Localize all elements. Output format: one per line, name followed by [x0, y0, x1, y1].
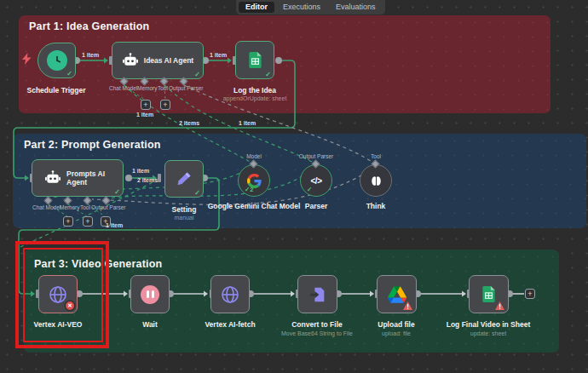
code-icon: </>	[311, 176, 322, 186]
part3-title: Part 3: Video Generation	[34, 258, 162, 270]
node-log-final-video-in-sheet[interactable]	[469, 275, 509, 313]
brain-icon	[369, 174, 383, 188]
view-tabbar: Editor Executions Evaluations	[236, 0, 385, 14]
node-parser[interactable]: </> ✓	[300, 164, 332, 197]
error-badge-icon: ✕	[66, 301, 74, 310]
tab-evaluations[interactable]: Evaluations	[329, 2, 383, 13]
ideas-ai-agent-label: Ideas AI Agent	[144, 56, 193, 65]
add-subnode-button[interactable]: +	[160, 100, 170, 110]
log-the-idea-label: Log the Idea	[212, 86, 297, 95]
tab-executions[interactable]: Executions	[276, 2, 327, 13]
add-subnode-button[interactable]: +	[141, 100, 151, 110]
add-subnode-button[interactable]: +	[83, 216, 93, 227]
globe-icon	[220, 284, 240, 305]
success-check-icon: ✓	[307, 186, 312, 193]
convert-to-file-subtitle: Move Base64 String to File	[266, 330, 368, 336]
part1-title: Part 1: Idea Generation	[29, 20, 149, 32]
port-label: Output Parser	[169, 85, 203, 91]
success-check-icon: ✓	[194, 71, 200, 78]
success-check-icon: ✓	[66, 70, 72, 77]
port-label: Memory	[137, 85, 157, 91]
port-label: Tool	[158, 85, 168, 91]
file-import-icon	[308, 285, 327, 304]
node-upload-file[interactable]	[377, 275, 417, 313]
parser-label: Parser	[282, 202, 350, 211]
log-final-video-subtitle: update: sheet	[446, 330, 531, 336]
node-setting[interactable]: ✓	[164, 160, 204, 198]
edge-label: 1 item	[136, 112, 153, 118]
node-think[interactable]	[360, 164, 392, 197]
node-wait[interactable]	[130, 275, 170, 313]
node-schedule-trigger[interactable]: ✓	[37, 43, 76, 78]
edge-label: 1 item	[82, 52, 99, 58]
success-check-icon: ✓	[265, 71, 271, 78]
lightning-icon	[22, 53, 32, 68]
success-check-icon: ✓	[194, 189, 200, 197]
log-final-video-label: Log Final Video in Sheet	[437, 320, 539, 330]
node-vertex-ai-veo[interactable]: ✕	[38, 275, 78, 313]
globe-icon	[48, 284, 68, 305]
success-check-icon: ✓	[114, 188, 120, 196]
edge-label: 1 item	[210, 52, 227, 58]
node-google-gemini-chat-model[interactable]: ✓2	[238, 164, 270, 197]
warning-badge-icon	[495, 301, 504, 310]
edge-label: 1 item	[132, 168, 149, 174]
node-log-the-idea[interactable]: ✓	[235, 41, 274, 79]
robot-icon	[122, 52, 139, 69]
setting-subtitle: manual	[150, 215, 218, 221]
pause-icon	[141, 285, 159, 304]
warning-badge-icon	[403, 301, 412, 310]
add-node-button[interactable]: +	[525, 289, 535, 299]
node-convert-to-file[interactable]	[297, 275, 337, 313]
port-label: Memory	[60, 204, 79, 210]
think-label: Think	[342, 202, 410, 211]
port-label: Chat Model	[32, 204, 61, 210]
edge-label: 1 item	[106, 222, 123, 228]
port-label: Tool	[363, 153, 389, 159]
node-ideas-ai-agent[interactable]: Ideas AI Agent ✓	[112, 42, 204, 79]
success-check-icon: ✓2	[245, 186, 253, 193]
part2-title: Part 2: Prompt Generation	[24, 139, 161, 151]
schedule-trigger-label: Schedule Trigger	[14, 86, 99, 95]
port-label: Chat Model	[109, 85, 137, 91]
add-subnode-button[interactable]: +	[63, 216, 73, 227]
wait-label: Wait	[116, 320, 184, 330]
upload-file-label: Upload file	[354, 320, 439, 330]
port-label: Output Parser	[91, 204, 125, 210]
edge-label: 2 items	[179, 120, 199, 126]
robot-icon	[44, 169, 61, 186]
edge-label: 1 item	[239, 120, 256, 126]
edge-label: 2 items	[137, 177, 158, 183]
upload-file-subtitle: upload: file	[354, 330, 439, 336]
node-vertex-ai-fetch[interactable]	[210, 275, 250, 313]
google-sheets-icon	[247, 51, 263, 69]
clock-icon	[47, 50, 67, 71]
node-prompts-ai-agent[interactable]: Prompts AI Agent ✓	[32, 159, 124, 197]
vertex-ai-veo-label: Vertex AI-VEO	[15, 320, 101, 330]
google-drive-icon	[388, 286, 406, 303]
vertex-ai-fetch-label: Vertex AI-fetch	[187, 320, 273, 330]
port-label: Tool	[80, 204, 90, 210]
pencil-icon	[175, 169, 193, 188]
convert-to-file-label: Convert to File	[274, 320, 360, 330]
port-label: Model	[241, 153, 267, 159]
prompts-ai-agent-label: Prompts AI Agent	[66, 169, 111, 186]
log-the-idea-subtitle: appendOrUpdate: sheet	[204, 95, 306, 101]
tab-editor[interactable]: Editor	[239, 2, 274, 13]
google-sheets-icon	[481, 285, 497, 303]
port-label: Output Parser	[291, 153, 342, 159]
